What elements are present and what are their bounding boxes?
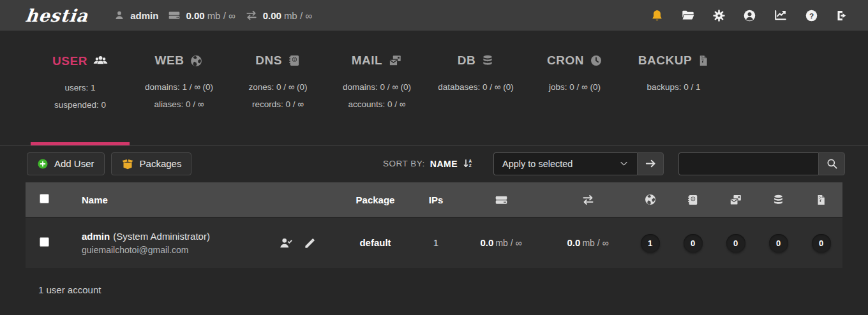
search-button[interactable] (818, 152, 845, 175)
hestia-logo[interactable]: hestia (25, 7, 89, 24)
mail-bulk-icon (388, 54, 402, 68)
tab-cron[interactable]: CRON jobs: 0 / ∞ (0) (525, 31, 624, 145)
header-ips: IPs (429, 194, 444, 205)
disk-value: 0.00 (186, 10, 204, 21)
tab-stat: jobs: 0 / ∞ (0) (525, 78, 624, 96)
sort-alpha-down-icon[interactable]: AZ (463, 158, 474, 169)
toolbar: Add User Packages SORT BY: NAME AZ Apply… (0, 146, 868, 181)
tab-stat: aliases: 0 / ∞ (130, 96, 228, 113)
globe-icon (644, 193, 657, 206)
row-bandwidth-value: 0.0 (567, 237, 581, 248)
hdd-icon (495, 193, 508, 207)
packages-label: Packages (140, 158, 182, 169)
svg-text:Z: Z (469, 163, 472, 168)
tab-db-label: DB (458, 54, 475, 68)
section-nav: USER users: 1 suspended: 0 WEB domains: … (0, 31, 868, 146)
disk-limit: mb / ∞ (207, 10, 236, 21)
plus-circle-icon (37, 158, 49, 170)
apply-button[interactable] (637, 152, 664, 175)
question-circle-icon[interactable]: ? (805, 9, 818, 22)
tab-backup[interactable]: BACKUP backups: 0 / 1 (624, 31, 723, 145)
user-info: admin(System Administrator) guiemailchot… (82, 231, 210, 255)
select-row-checkbox[interactable] (40, 237, 49, 247)
row-disk-value: 0.0 (481, 237, 494, 248)
header-package: Package (356, 194, 395, 205)
bandwidth-limit: mb / ∞ (284, 10, 312, 21)
tab-web-label: WEB (155, 54, 184, 68)
row-actions (279, 236, 334, 250)
row-bandwidth-limit: mb / ∞ (582, 238, 608, 248)
user-email: guiemailchotoi@gmail.com (82, 245, 210, 255)
topbar-bandwidth-usage: 0.00mb / ∞ (245, 9, 312, 22)
bulk-action-value: Apply to selected (502, 159, 572, 169)
row-ips: 1 (433, 237, 438, 248)
svg-text:?: ? (809, 11, 814, 20)
bell-icon[interactable] (650, 9, 664, 22)
add-user-label: Add User (54, 158, 94, 169)
tab-stat: users: 1 (31, 79, 130, 96)
exchange-icon (581, 193, 595, 207)
topbar-actions: ? (650, 8, 849, 22)
table-row: admin(System Administrator) guiemailchot… (26, 217, 842, 268)
web-count-badge[interactable]: 1 (641, 234, 660, 253)
users-icon (93, 54, 108, 68)
chart-line-icon[interactable] (774, 8, 788, 22)
database-icon (772, 194, 784, 206)
tab-stat: suspended: 0 (31, 96, 130, 114)
user-circle-icon[interactable] (743, 9, 756, 22)
user-name[interactable]: admin (82, 231, 110, 242)
box-open-icon (121, 158, 134, 170)
tab-user-label: USER (52, 54, 87, 68)
sign-out-icon[interactable] (835, 9, 849, 22)
mail-count-badge[interactable]: 0 (726, 234, 745, 253)
svg-text:A: A (468, 159, 472, 163)
bulk-action-select[interactable]: Apply to selected (493, 152, 637, 175)
tab-stat: accounts: 0 / ∞ (327, 96, 426, 113)
backup-count-badge[interactable]: 0 (812, 234, 831, 253)
topbar: hestia admin 0.00mb / ∞ 0.00mb / ∞ (0, 0, 868, 31)
packages-button[interactable]: Packages (111, 152, 192, 175)
tab-web[interactable]: WEB domains: 1 / ∞ (0) aliases: 0 / ∞ (130, 31, 228, 145)
edit-pencil-icon[interactable] (304, 237, 316, 249)
db-count-badge[interactable]: 0 (769, 234, 788, 253)
login-as-user-icon[interactable] (279, 236, 293, 250)
tab-stat: databases: 0 / ∞ (0) (426, 78, 525, 96)
user-description: (System Administrator) (113, 231, 210, 242)
summary-text: 1 user account (38, 284, 868, 295)
topbar-user[interactable]: admin (114, 10, 158, 21)
file-archive-icon (698, 54, 709, 67)
tab-user[interactable]: USER users: 1 suspended: 0 (31, 31, 130, 145)
topbar-stats: admin 0.00mb / ∞ 0.00mb / ∞ (114, 9, 312, 22)
exchange-icon (245, 9, 258, 22)
search-input[interactable] (678, 152, 818, 175)
tab-db[interactable]: DB databases: 0 / ∞ (0) (426, 31, 525, 145)
gear-icon[interactable] (712, 9, 726, 22)
tab-cron-label: CRON (547, 54, 584, 68)
select-all-checkbox[interactable] (40, 194, 49, 203)
header-name: Name (82, 194, 108, 205)
topbar-disk-usage: 0.00mb / ∞ (168, 9, 235, 22)
tab-mail-label: MAIL (352, 54, 382, 68)
bulk-action-group: Apply to selected (493, 152, 664, 175)
dns-count-badge[interactable]: 0 (684, 234, 703, 253)
tab-stat: domains: 1 / ∞ (0) (130, 78, 228, 96)
user-icon (114, 10, 125, 21)
tab-stat: zones: 0 / ∞ (0) (228, 78, 327, 96)
mail-bulk-icon (729, 193, 742, 207)
add-user-button[interactable]: Add User (27, 152, 105, 175)
search-group (678, 152, 845, 175)
database-icon (481, 54, 494, 67)
address-book-icon (687, 194, 699, 206)
tab-mail[interactable]: MAIL domains: 0 / ∞ (0) accounts: 0 / ∞ (327, 31, 426, 145)
topbar-username: admin (130, 10, 158, 21)
search-icon (826, 158, 838, 170)
sort-field-value[interactable]: NAME (430, 159, 458, 169)
folder-icon[interactable] (681, 8, 695, 22)
file-archive-icon (816, 194, 827, 206)
tab-dns[interactable]: DNS zones: 0 / ∞ (0) records: 0 / ∞ (228, 31, 327, 145)
tab-dns-label: DNS (255, 54, 282, 68)
tab-backup-label: BACKUP (638, 54, 692, 68)
tab-stat: domains: 0 / ∞ (0) (327, 78, 426, 96)
users-table: Name Package IPs (26, 182, 842, 268)
table-header: Name Package IPs (26, 182, 842, 217)
